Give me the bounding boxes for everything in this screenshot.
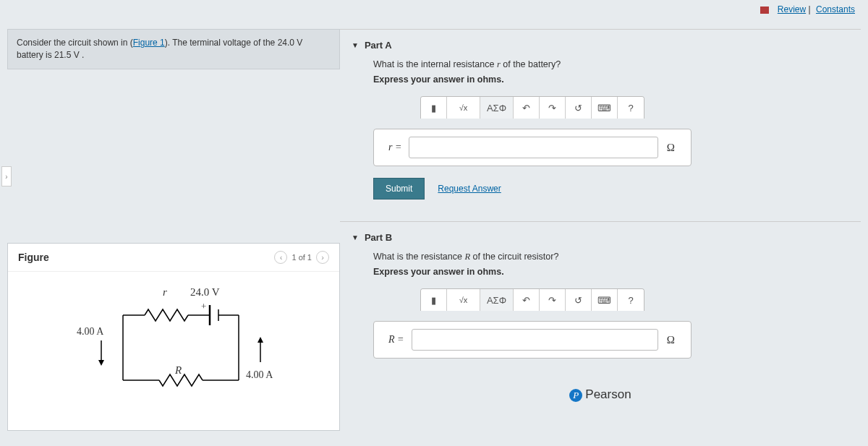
greek-button[interactable]: ΑΣΦ <box>480 289 514 311</box>
help-icon[interactable]: ? <box>618 289 644 311</box>
pearson-text: Pearson <box>585 387 631 401</box>
part-b-var: R = <box>381 334 412 346</box>
request-answer-a[interactable]: Request Answer <box>438 184 501 194</box>
undo-icon[interactable]: ↶ <box>514 289 540 311</box>
submit-button-a[interactable]: Submit <box>373 178 425 200</box>
collapse-icon: ▼ <box>352 233 359 241</box>
collapse-icon: ▼ <box>352 41 359 49</box>
reset-icon[interactable]: ↺ <box>566 289 592 311</box>
sqrt-icon[interactable]: √x <box>447 289 480 311</box>
emf-label: 24.0 V <box>190 286 220 299</box>
part-b-unit: Ω <box>658 334 684 346</box>
template-icon[interactable]: ▮ <box>421 289 447 311</box>
part-a-header[interactable]: ▼ Part A <box>340 30 861 56</box>
part-a-var: r = <box>381 142 409 153</box>
part-b-instruction: Express your answer in ohms. <box>373 267 839 277</box>
svg-marker-10 <box>98 360 104 366</box>
part-a-title: Part A <box>365 40 392 51</box>
I-left: 4.00 A <box>77 326 103 338</box>
figure-next-button[interactable]: › <box>316 251 329 264</box>
part-b-answer-input[interactable] <box>412 329 658 351</box>
redo-icon[interactable]: ↷ <box>540 97 566 119</box>
answer-toolbar-b: ▮ √x ΑΣΦ ↶ ↷ ↺ ⌨ ? <box>420 288 644 311</box>
circuit-diagram: r 24.0 V + R 4.00 A 4.00 A <box>51 272 297 416</box>
expand-handle[interactable]: › <box>1 166 12 186</box>
qA-pre: What is the internal resistance <box>373 59 497 69</box>
problem-text-pre: Consider the circuit shown in ( <box>17 38 133 48</box>
sqrt-icon[interactable]: √x <box>447 97 480 119</box>
part-a-instruction: Express your answer in ohms. <box>373 74 839 85</box>
problem-statement: Consider the circuit shown in (Figure 1)… <box>7 29 340 69</box>
keyboard-icon[interactable]: ⌨ <box>592 97 618 119</box>
pearson-brand: PPearson <box>340 387 861 402</box>
part-b-title: Part B <box>365 232 392 243</box>
redo-icon[interactable]: ↷ <box>540 289 566 311</box>
figure-counter: 1 of 1 <box>292 253 312 262</box>
part-a-answer-input[interactable] <box>409 137 658 158</box>
I-right: 4.00 A <box>246 369 273 381</box>
qB-var: R <box>464 252 470 262</box>
pearson-logo-icon: P <box>569 389 582 402</box>
help-icon[interactable]: ? <box>618 97 644 119</box>
qA-post: of the battery? <box>501 59 561 69</box>
part-b-section: ▼ Part B What is the resistance R of the… <box>340 221 861 373</box>
figure-title: Figure <box>18 252 49 263</box>
R-label: R <box>175 364 182 377</box>
figure-prev-button[interactable]: ‹ <box>274 251 287 264</box>
r-label: r <box>163 286 167 299</box>
flag-icon <box>760 7 769 14</box>
qB-pre: What is the resistance <box>373 252 464 262</box>
figure-panel: Figure ‹ 1 of 1 › <box>7 243 340 431</box>
part-a-question: What is the internal resistance r of the… <box>373 59 839 70</box>
figure-link[interactable]: Figure 1 <box>133 38 165 48</box>
part-b-header[interactable]: ▼ Part B <box>340 222 861 249</box>
keyboard-icon[interactable]: ⌨ <box>592 289 618 311</box>
plus-label: + <box>201 301 206 312</box>
template-icon[interactable]: ▮ <box>421 97 447 119</box>
part-b-question: What is the resistance R of the circuit … <box>373 252 839 262</box>
greek-button[interactable]: ΑΣΦ <box>480 97 514 119</box>
qB-post: of the circuit resistor? <box>470 252 558 262</box>
reset-icon[interactable]: ↺ <box>566 97 592 119</box>
constants-link[interactable]: Constants <box>816 4 855 14</box>
review-link[interactable]: Review <box>778 4 806 14</box>
undo-icon[interactable]: ↶ <box>514 97 540 119</box>
answer-toolbar-a: ▮ √x ΑΣΦ ↶ ↷ ↺ ⌨ ? <box>420 96 644 119</box>
part-a-unit: Ω <box>658 142 684 154</box>
part-a-section: ▼ Part A What is the internal resistance… <box>340 29 861 214</box>
link-separator: | <box>809 4 813 14</box>
svg-marker-12 <box>258 337 263 343</box>
